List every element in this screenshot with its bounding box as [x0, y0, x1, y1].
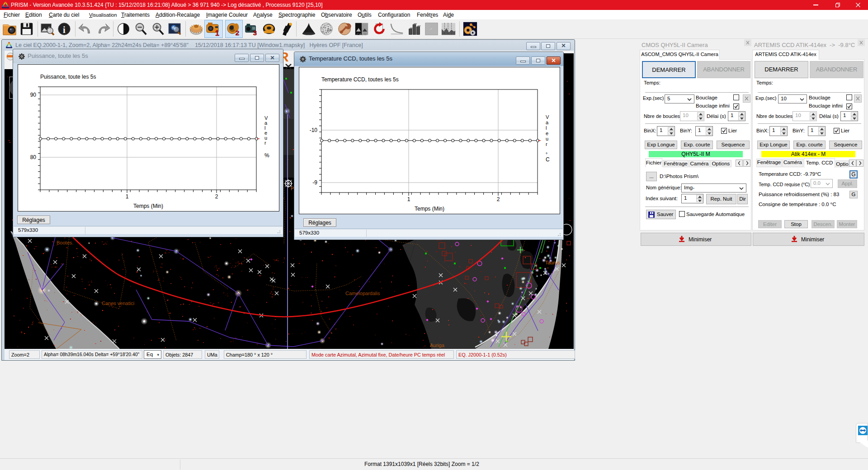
- svg-text:2: 2: [497, 196, 500, 202]
- svg-text:r: r: [546, 141, 547, 147]
- svg-text:3: 3: [253, 29, 257, 37]
- svg-text:r: r: [264, 140, 266, 146]
- svg-text:CALIB: CALIB: [357, 32, 367, 36]
- svg-text:1: 1: [407, 196, 410, 202]
- svg-text:l: l: [546, 125, 547, 131]
- svg-text:Temps (Min): Temps (Min): [133, 203, 163, 209]
- svg-text:2: 2: [236, 29, 239, 37]
- svg-text:V: V: [546, 114, 549, 120]
- svg-text:Auriga: Auriga: [430, 343, 445, 348]
- svg-text:Puissance, toute les 5s: Puissance, toute les 5s: [40, 74, 96, 80]
- svg-text:i: i: [63, 24, 66, 35]
- svg-text:1: 1: [215, 29, 219, 37]
- svg-text:80: 80: [30, 154, 37, 160]
- svg-text:-9: -9: [312, 179, 317, 186]
- svg-text:1: 1: [126, 193, 129, 200]
- svg-text:2: 2: [215, 193, 218, 200]
- svg-text:-10: -10: [310, 127, 318, 133]
- svg-text:Temperature CCD, toutes les 5s: Temperature CCD, toutes les 5s: [321, 76, 399, 83]
- svg-text:u: u: [546, 136, 548, 141]
- svg-text:Camelopardalis: Camelopardalis: [345, 291, 380, 296]
- svg-text:%: %: [264, 152, 269, 159]
- svg-text:C: C: [546, 156, 550, 163]
- svg-text:Taurus: Taurus: [545, 260, 561, 265]
- svg-text:Bootes.: Bootes.: [57, 240, 73, 245]
- svg-text:Temps (Min): Temps (Min): [415, 206, 444, 212]
- svg-text:90: 90: [30, 92, 37, 98]
- svg-text:a: a: [546, 120, 549, 125]
- svg-text:Canes venatici: Canes venatici: [102, 301, 134, 306]
- svg-text:e: e: [546, 131, 548, 136]
